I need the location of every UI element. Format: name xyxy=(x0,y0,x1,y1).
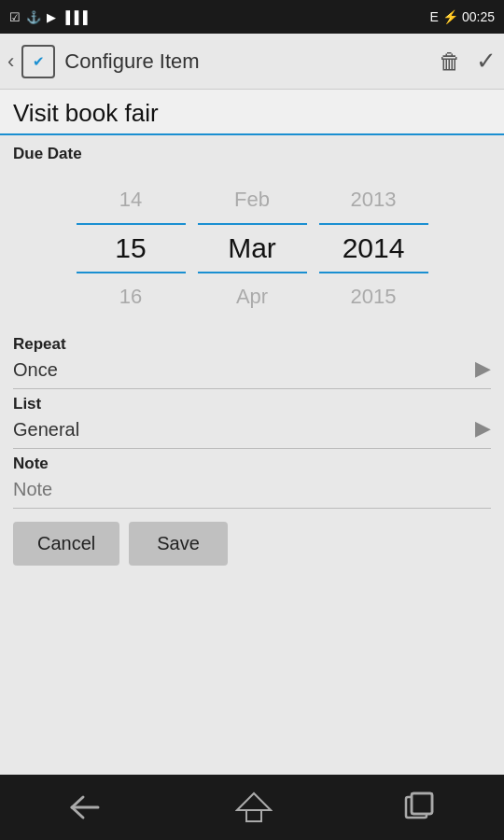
month-after[interactable]: Apr xyxy=(191,273,313,320)
time-display: 00:25 xyxy=(462,9,495,24)
date-picker[interactable]: 14 15 16 Feb Mar Apr 2013 2014 2015 xyxy=(0,167,504,329)
note-label: Note xyxy=(13,455,491,473)
nav-back-button[interactable] xyxy=(66,793,104,821)
list-label: List xyxy=(13,395,491,413)
nav-recents-button[interactable] xyxy=(404,791,438,823)
title-section xyxy=(0,90,504,135)
signal-icon: E xyxy=(430,9,439,24)
bottom-nav xyxy=(0,775,504,840)
list-section: List General ▶ xyxy=(0,389,504,449)
bars-status-icon: ▐▐▐ xyxy=(62,10,88,24)
repeat-dropdown-arrow[interactable]: ▶ xyxy=(475,357,491,381)
title-input[interactable] xyxy=(13,99,491,133)
repeat-value: Once xyxy=(13,356,475,381)
year-before[interactable]: 2013 xyxy=(313,176,434,223)
top-bar: ‹ ✔ Configure Item 🗑 ✓ xyxy=(0,34,504,90)
year-selected[interactable]: 2014 xyxy=(313,225,434,272)
page-title: Configure Item xyxy=(64,49,439,74)
usb-status-icon: ⚓ xyxy=(26,10,41,24)
content-area: Due Date 14 15 16 Feb Mar Apr 2013 2014 … xyxy=(0,90,504,775)
note-input[interactable] xyxy=(13,475,491,509)
back-button[interactable]: ‹ xyxy=(7,49,14,74)
day-selected[interactable]: 15 xyxy=(70,225,191,272)
button-row: Cancel Save xyxy=(0,509,504,579)
list-row[interactable]: General ▶ xyxy=(13,415,491,449)
day-before[interactable]: 14 xyxy=(70,176,191,223)
status-icons-right: E ⚡ 00:25 xyxy=(430,9,495,24)
status-icons-left: ☑ ⚓ ▶ ▐▐▐ xyxy=(9,10,88,24)
repeat-row[interactable]: Once ▶ xyxy=(13,356,491,389)
delete-button[interactable]: 🗑 xyxy=(439,49,461,75)
top-bar-actions: 🗑 ✓ xyxy=(439,47,497,76)
confirm-button[interactable]: ✓ xyxy=(476,47,497,76)
month-selected[interactable]: Mar xyxy=(191,225,313,272)
battery-icon: ⚡ xyxy=(442,9,458,24)
day-column[interactable]: 14 15 16 xyxy=(70,176,191,320)
year-after[interactable]: 2015 xyxy=(313,273,434,320)
svg-rect-2 xyxy=(246,810,261,821)
svg-marker-1 xyxy=(237,793,271,810)
day-after[interactable]: 16 xyxy=(70,273,191,320)
list-dropdown-arrow[interactable]: ▶ xyxy=(475,416,491,441)
checkbox-status-icon: ☑ xyxy=(9,10,21,24)
save-button[interactable]: Save xyxy=(129,522,228,566)
cancel-button[interactable]: Cancel xyxy=(13,522,119,566)
month-before[interactable]: Feb xyxy=(191,176,313,223)
status-bar: ☑ ⚓ ▶ ▐▐▐ E ⚡ 00:25 xyxy=(0,0,504,34)
repeat-section: Repeat Once ▶ xyxy=(0,329,504,389)
year-column[interactable]: 2013 2014 2015 xyxy=(313,176,434,320)
app-icon: ✔ xyxy=(21,45,55,78)
svg-rect-4 xyxy=(412,793,432,814)
list-value: General xyxy=(13,415,475,441)
play-status-icon: ▶ xyxy=(47,10,56,24)
month-column[interactable]: Feb Mar Apr xyxy=(191,176,313,320)
due-date-label: Due Date xyxy=(0,135,504,167)
repeat-label: Repeat xyxy=(13,335,491,354)
nav-home-button[interactable] xyxy=(235,791,273,823)
note-section: Note xyxy=(0,449,504,509)
